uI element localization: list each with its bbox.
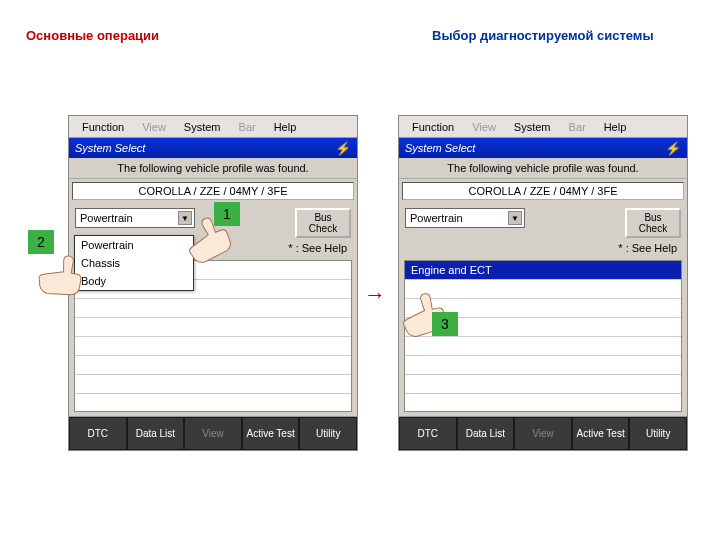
list-row[interactable]: [75, 356, 351, 375]
power-icon: ⚡: [665, 141, 681, 156]
bottom-toolbar: DTC Data List View Active Test Utility: [69, 416, 357, 450]
vehicle-profile: COROLLA / ZZE / 04MY / 3FE: [402, 182, 684, 200]
list-row-selected[interactable]: Engine and ECT: [405, 261, 681, 280]
menu-bar: Bar: [560, 121, 595, 133]
pointing-hand-icon: [32, 245, 98, 304]
power-icon: ⚡: [335, 141, 351, 156]
menu-help[interactable]: Help: [595, 121, 636, 133]
menu-function[interactable]: Function: [403, 121, 463, 133]
data-list-button[interactable]: Data List: [127, 417, 185, 450]
step-marker-3: 3: [432, 312, 458, 336]
device-right: Function View System Bar Help System Sel…: [398, 115, 688, 451]
bottom-toolbar: DTC Data List View Active Test Utility: [399, 416, 687, 450]
menu-bar: Bar: [230, 121, 265, 133]
list-row[interactable]: [75, 375, 351, 394]
utility-button[interactable]: Utility: [299, 417, 357, 450]
dtc-button[interactable]: DTC: [69, 417, 127, 450]
system-category-dropdown[interactable]: Powertrain ▼: [405, 208, 525, 228]
menu-help[interactable]: Help: [265, 121, 306, 133]
view-button: View: [184, 417, 242, 450]
heading-basic-operations: Основные операции: [26, 28, 159, 43]
see-help-note: * : See Help: [399, 240, 687, 258]
chevron-down-icon[interactable]: ▼: [508, 211, 522, 225]
system-list: Engine and ECT: [404, 260, 682, 412]
bus-check-button[interactable]: Bus Check: [295, 208, 351, 238]
dtc-button[interactable]: DTC: [399, 417, 457, 450]
menu-function[interactable]: Function: [73, 121, 133, 133]
list-row[interactable]: [405, 356, 681, 375]
step-marker-2: 2: [28, 230, 54, 254]
menubar: Function View System Bar Help: [69, 116, 357, 138]
data-list-button[interactable]: Data List: [457, 417, 515, 450]
menubar: Function View System Bar Help: [399, 116, 687, 138]
titlebar-text: System Select: [405, 142, 475, 154]
titlebar: System Select ⚡: [399, 138, 687, 158]
step-marker-1: 1: [214, 202, 240, 226]
active-test-button[interactable]: Active Test: [572, 417, 630, 450]
active-test-button[interactable]: Active Test: [242, 417, 300, 450]
menu-view: View: [133, 121, 175, 133]
dropdown-selected-value: Powertrain: [80, 212, 133, 224]
view-button: View: [514, 417, 572, 450]
utility-button[interactable]: Utility: [629, 417, 687, 450]
info-message: The following vehicle profile was found.: [399, 158, 687, 179]
list-row[interactable]: [75, 337, 351, 356]
arrow-icon: →: [364, 282, 386, 308]
heading-system-select: Выбор диагностируемой системы: [432, 28, 654, 43]
titlebar: System Select ⚡: [69, 138, 357, 158]
menu-system[interactable]: System: [505, 121, 560, 133]
menu-system[interactable]: System: [175, 121, 230, 133]
list-row[interactable]: [405, 337, 681, 356]
vehicle-profile: COROLLA / ZZE / 04MY / 3FE: [72, 182, 354, 200]
bus-check-button[interactable]: Bus Check: [625, 208, 681, 238]
info-message: The following vehicle profile was found.: [69, 158, 357, 179]
list-row[interactable]: [75, 318, 351, 337]
list-row[interactable]: [75, 299, 351, 318]
dropdown-selected-value: Powertrain: [410, 212, 463, 224]
list-row[interactable]: [405, 375, 681, 394]
titlebar-text: System Select: [75, 142, 145, 154]
menu-view: View: [463, 121, 505, 133]
dropdown-option[interactable]: Powertrain: [75, 236, 193, 254]
